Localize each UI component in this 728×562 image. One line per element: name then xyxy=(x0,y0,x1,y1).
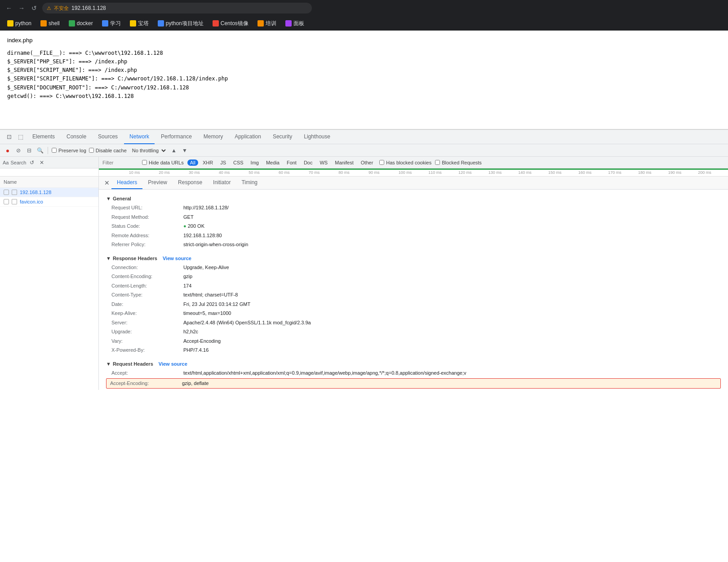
blocked-cookies-check[interactable] xyxy=(379,160,384,165)
detail-value: Fri, 23 Jul 2021 03:14:12 GMT xyxy=(183,301,250,308)
export-button[interactable]: ▼ xyxy=(181,146,189,155)
detail-value: text/html; charset=UTF-8 xyxy=(183,291,238,299)
devtools-tab-application[interactable]: Application xyxy=(229,130,266,144)
filter-tag-img[interactable]: Img xyxy=(248,159,262,166)
timeline-tick: 200 ms xyxy=(698,170,711,175)
disable-cache-checkbox[interactable]: Disable cache xyxy=(89,148,127,153)
preserve-log-check[interactable] xyxy=(52,148,57,153)
general-toggle[interactable]: ▼ xyxy=(106,196,111,201)
bookmark-item[interactable]: shell xyxy=(37,19,63,28)
browser-chrome: ← → ↺ ⚠ 不安全 192.168.1.128 xyxy=(0,0,728,16)
response-view-source[interactable]: View source xyxy=(163,256,191,261)
bookmark-label: docker xyxy=(77,20,93,27)
throttle-select[interactable]: No throttling xyxy=(129,147,167,154)
timeline-tick: 120 ms xyxy=(458,170,472,175)
detail-value: h2,h2c xyxy=(183,328,198,336)
bookmark-label: python项目地址 xyxy=(166,20,204,27)
bookmark-item[interactable]: 宝塔 xyxy=(126,18,152,29)
detail-value: 174 xyxy=(183,282,191,290)
file-name: 192.168.1.128 xyxy=(20,190,51,195)
bookmark-item[interactable]: 学习 xyxy=(98,18,124,29)
devtools-tab-sources[interactable]: Sources xyxy=(93,130,123,144)
detail-key: Date: xyxy=(111,301,183,308)
import-button[interactable]: ▲ xyxy=(170,146,178,155)
details-tab-initiator[interactable]: Initiator xyxy=(208,177,236,189)
file-checkbox[interactable] xyxy=(4,190,9,195)
detail-value: ● 200 OK xyxy=(183,222,204,230)
page-code-line: $_SERVER["PHP_SELF"]: ===> /index.php xyxy=(7,58,721,66)
responsive-button[interactable]: ⬚ xyxy=(15,132,26,142)
details-close-button[interactable]: ✕ xyxy=(102,178,111,187)
detail-value: http://192.168.1.128/ xyxy=(183,204,229,212)
response-headers-toggle[interactable]: ▼ xyxy=(106,256,111,261)
refresh-filter-button[interactable]: ↺ xyxy=(28,159,36,167)
devtools-tab-console[interactable]: Console xyxy=(61,130,92,144)
file-item[interactable]: 192.168.1.128 xyxy=(0,188,98,197)
disable-cache-check[interactable] xyxy=(89,148,94,153)
devtools-tab-security[interactable]: Security xyxy=(267,130,297,144)
response-header-row: Upgrade:h2,h2c xyxy=(106,327,721,336)
response-header-row: Date:Fri, 23 Jul 2021 03:14:12 GMT xyxy=(106,300,721,309)
blocked-requests-checkbox[interactable]: Blocked Requests xyxy=(435,160,482,165)
bookmark-icon xyxy=(285,20,292,27)
detail-key: Request URL: xyxy=(111,204,183,212)
bookmark-item[interactable]: Centos镜像 xyxy=(209,18,252,29)
timeline-tick: 190 ms xyxy=(668,170,682,175)
filter-input[interactable] xyxy=(102,160,138,165)
bookmark-item[interactable]: python xyxy=(4,19,35,28)
devtools-tab-network[interactable]: Network xyxy=(124,130,155,144)
request-headers-toggle[interactable]: ▼ xyxy=(106,361,111,367)
filter-tag-css[interactable]: CSS xyxy=(231,159,246,166)
details-tab-headers[interactable]: Headers xyxy=(111,177,142,189)
filter-tags: AllXHRJSCSSImgMediaFontDocWSManifestOthe… xyxy=(187,159,376,166)
details-tab-response[interactable]: Response xyxy=(173,177,208,189)
file-item[interactable]: favicon.ico xyxy=(0,197,98,207)
inspect-element-button[interactable]: ⊡ xyxy=(4,132,14,142)
filter-tag-manifest[interactable]: Manifest xyxy=(332,159,356,166)
filter-tag-js[interactable]: JS xyxy=(218,159,229,166)
devtools-tab-performance[interactable]: Performance xyxy=(155,130,197,144)
hide-data-urls-checkbox[interactable]: Hide data URLs xyxy=(142,160,184,165)
clear-filter-button[interactable]: ✕ xyxy=(38,159,46,167)
filter-tag-media[interactable]: Media xyxy=(263,159,282,166)
stop-record-button[interactable]: ⊘ xyxy=(14,146,22,155)
detail-value: gzip, deflate xyxy=(182,380,209,387)
details-tab-preview[interactable]: Preview xyxy=(142,177,173,189)
bookmark-item[interactable]: 培训 xyxy=(254,18,280,29)
filter-tag-doc[interactable]: Doc xyxy=(301,159,315,166)
devtools-tab-elements[interactable]: Elements xyxy=(27,130,60,144)
file-checkbox[interactable] xyxy=(4,199,9,204)
detail-key: Status Code: xyxy=(111,222,183,230)
forward-button[interactable]: → xyxy=(17,4,26,12)
bookmark-item[interactable]: python项目地址 xyxy=(154,18,207,29)
devtools-tab-lighthouse[interactable]: Lighthouse xyxy=(298,130,336,144)
details-tab-timing[interactable]: Timing xyxy=(236,177,263,189)
clear-button[interactable]: ⊟ xyxy=(25,146,33,155)
file-list-items: 192.168.1.128favicon.ico xyxy=(0,188,98,207)
search-button[interactable]: 🔍 xyxy=(36,146,44,155)
reload-button[interactable]: ↺ xyxy=(30,4,39,12)
filter-tag-all[interactable]: All xyxy=(187,159,198,166)
blocked-requests-check[interactable] xyxy=(435,160,440,165)
back-button[interactable]: ← xyxy=(4,4,13,12)
hide-data-urls-check[interactable] xyxy=(142,160,147,165)
blocked-cookies-checkbox[interactable]: Has blocked cookies xyxy=(379,160,431,165)
bookmark-item[interactable]: docker xyxy=(65,19,97,28)
record-button[interactable]: ● xyxy=(4,146,12,155)
url-bar[interactable]: ⚠ 不安全 192.168.1.128 xyxy=(42,3,312,13)
detail-key: Content-Encoding: xyxy=(111,273,183,280)
page-code-line: dirname(__FILE__): ===> C:\wwwroot\192.1… xyxy=(7,49,721,58)
filter-tag-xhr[interactable]: XHR xyxy=(200,159,216,166)
detail-row: Referrer Policy:strict-origin-when-cross… xyxy=(106,240,721,249)
filter-tag-other[interactable]: Other xyxy=(358,159,376,166)
filter-tag-font[interactable]: Font xyxy=(284,159,299,166)
timeline-tick: 140 ms xyxy=(518,170,532,175)
filter-tag-ws[interactable]: WS xyxy=(317,159,330,166)
details-tab-list: HeadersPreviewResponseInitiatorTiming xyxy=(111,177,263,189)
bookmark-item[interactable]: 面板 xyxy=(282,18,308,29)
timeline-tick: 180 ms xyxy=(638,170,652,175)
request-view-source[interactable]: View source xyxy=(159,361,187,367)
devtools-tab-memory[interactable]: Memory xyxy=(198,130,228,144)
preserve-log-checkbox[interactable]: Preserve log xyxy=(52,148,86,153)
bookmarks-bar: pythonshelldocker学习宝塔python项目地址Centos镜像培… xyxy=(0,16,728,31)
